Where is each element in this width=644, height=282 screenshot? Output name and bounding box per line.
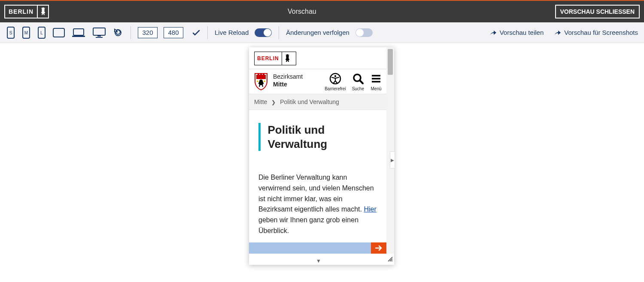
vertical-scrollbar[interactable] bbox=[386, 47, 394, 254]
berlin-logo-row: BERLIN bbox=[249, 47, 386, 69]
topbar-left: BERLIN bbox=[4, 5, 49, 18]
page-title-block: Politik und Verwaltung bbox=[249, 110, 386, 155]
bear-icon bbox=[38, 6, 48, 18]
page-title: Politik und Verwaltung bbox=[267, 123, 377, 151]
preview-frame: BERLIN bbox=[249, 47, 394, 265]
share-icon bbox=[489, 30, 497, 36]
menu-icon bbox=[370, 73, 382, 85]
content-footer-strip bbox=[249, 242, 386, 254]
svg-rect-7 bbox=[73, 29, 84, 35]
divider bbox=[131, 26, 131, 39]
berlin-logo-text: BERLIN bbox=[255, 52, 282, 65]
device-tablet-icon[interactable] bbox=[52, 28, 65, 38]
breadcrumb-root[interactable]: Mitte bbox=[254, 98, 267, 105]
chevron-right-icon: ❯ bbox=[271, 99, 276, 105]
svg-point-19 bbox=[334, 75, 336, 77]
svg-rect-8 bbox=[72, 36, 85, 37]
svg-rect-11 bbox=[96, 37, 103, 38]
svg-point-16 bbox=[257, 80, 258, 82]
device-phone-l-icon[interactable]: L bbox=[37, 26, 46, 39]
preview-content: BERLIN bbox=[249, 47, 386, 254]
device-phone-m-icon[interactable]: M bbox=[21, 26, 31, 39]
live-reload-toggle[interactable] bbox=[255, 28, 272, 37]
app-logo[interactable]: BERLIN bbox=[4, 5, 49, 18]
screenshots-preview-link[interactable]: Vorschau für Screenshots bbox=[554, 29, 638, 36]
track-changes-toggle[interactable] bbox=[355, 28, 373, 37]
chevron-down-icon[interactable]: ▼ bbox=[316, 258, 321, 264]
topbar-title: Vorschau bbox=[288, 8, 316, 15]
device-phone-s-icon[interactable]: S bbox=[6, 26, 15, 39]
footer-next-button[interactable] bbox=[371, 242, 386, 254]
intro-link[interactable]: Hier bbox=[364, 205, 376, 213]
berlin-logo[interactable]: BERLIN bbox=[254, 52, 296, 65]
dimension-group bbox=[138, 27, 200, 38]
height-input[interactable] bbox=[164, 27, 183, 38]
svg-rect-6 bbox=[53, 28, 64, 37]
divider bbox=[279, 26, 279, 39]
svg-rect-10 bbox=[97, 36, 101, 37]
search-button[interactable]: Suche bbox=[352, 73, 364, 91]
menu-button[interactable]: Menü bbox=[370, 73, 382, 91]
topbar: BERLIN Vorschau VORSCHAU SCHLIESSEN bbox=[0, 1, 644, 22]
accessibility-icon bbox=[329, 73, 341, 85]
svg-rect-13 bbox=[258, 74, 259, 76]
device-desktop-icon[interactable] bbox=[92, 27, 106, 38]
share-preview-link[interactable]: Vorschau teilen bbox=[489, 29, 544, 36]
breadcrumb: Mitte ❯ Politik und Verwaltung bbox=[249, 94, 386, 110]
footer-blue-area bbox=[249, 242, 371, 254]
scrollbar-thumb[interactable] bbox=[388, 49, 393, 75]
org-line1: Bezirksamt bbox=[273, 73, 303, 80]
header-actions: Barrierefrei Suche Menü bbox=[325, 73, 382, 91]
intro-paragraph: Die Berliner Verwaltung kann verwirrend … bbox=[249, 155, 386, 241]
crest-icon bbox=[253, 73, 269, 91]
svg-line-21 bbox=[360, 80, 363, 83]
breadcrumb-current: Politik und Verwaltung bbox=[280, 98, 339, 105]
device-presets: S M L bbox=[6, 26, 124, 39]
live-reload-label: Live Reload bbox=[215, 29, 249, 36]
toolbar: S M L Live Reload Ände bbox=[0, 22, 644, 43]
share-icon bbox=[554, 30, 562, 36]
svg-rect-15 bbox=[263, 74, 264, 76]
search-label: Suche bbox=[352, 86, 364, 91]
org-name: Bezirksamt Mitte bbox=[273, 73, 303, 88]
track-changes-label: Änderungen verfolgen bbox=[286, 29, 349, 36]
intro-text-after: geben wir Ihnen ganz grob einen Überblic… bbox=[258, 216, 358, 234]
track-changes-group: Änderungen verfolgen bbox=[286, 28, 373, 37]
svg-point-17 bbox=[264, 80, 265, 82]
svg-rect-9 bbox=[93, 28, 105, 35]
preview-stage: BERLIN bbox=[0, 43, 644, 282]
search-icon bbox=[352, 73, 364, 85]
device-laptop-icon[interactable] bbox=[71, 28, 86, 38]
apply-dimensions-button[interactable] bbox=[192, 28, 200, 37]
live-reload-group: Live Reload bbox=[215, 28, 272, 37]
resize-handle[interactable] bbox=[386, 254, 394, 265]
svg-text:M: M bbox=[24, 31, 28, 35]
svg-rect-14 bbox=[260, 74, 262, 76]
side-expand-button[interactable]: ▶ bbox=[390, 151, 395, 169]
horizontal-scroll-area: ▼ bbox=[249, 254, 386, 265]
width-input[interactable] bbox=[138, 27, 158, 38]
menu-label: Menü bbox=[371, 86, 381, 91]
accessibility-button[interactable]: Barrierefrei bbox=[325, 73, 346, 91]
close-preview-button[interactable]: VORSCHAU SCHLIESSEN bbox=[555, 5, 640, 18]
screenshots-preview-label: Vorschau für Screenshots bbox=[564, 29, 638, 36]
svg-text:L: L bbox=[40, 31, 43, 35]
intro-text-before: Die Berliner Verwaltung kann verwirrend … bbox=[258, 174, 374, 213]
bear-icon bbox=[282, 52, 292, 65]
app-logo-text: BERLIN bbox=[5, 6, 38, 18]
site-header: Bezirksamt Mitte Barrierefrei Suc bbox=[249, 69, 386, 94]
divider bbox=[207, 26, 208, 39]
org-line2: Mitte bbox=[273, 80, 303, 88]
accessibility-label: Barrierefrei bbox=[325, 86, 346, 91]
svg-text:S: S bbox=[9, 31, 12, 35]
reset-icon[interactable] bbox=[112, 27, 124, 38]
title-accent-bar bbox=[258, 123, 261, 151]
share-preview-label: Vorschau teilen bbox=[500, 29, 544, 36]
